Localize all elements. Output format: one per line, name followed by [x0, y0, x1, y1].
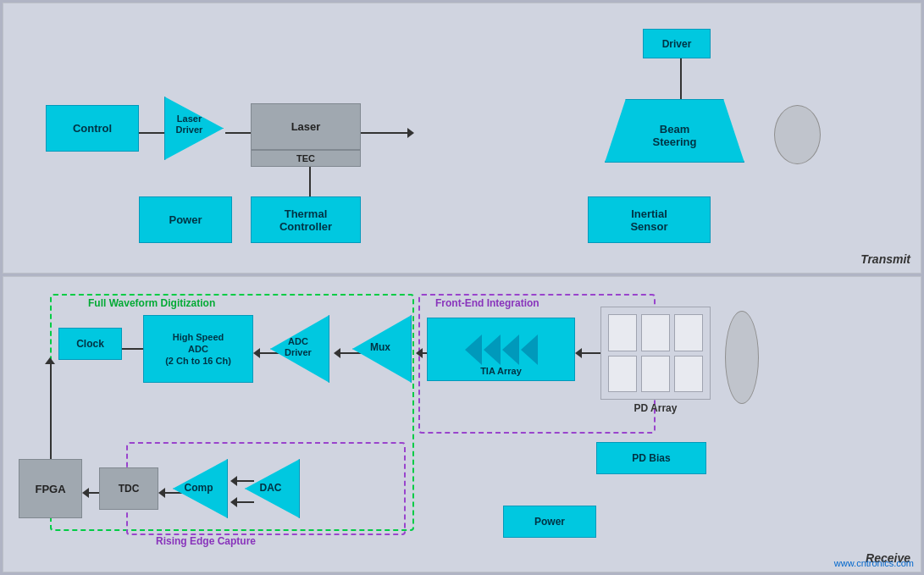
power-block-receive: Power — [503, 506, 596, 538]
pd-array-block — [600, 307, 711, 400]
dac-label: DAC — [247, 482, 294, 494]
driver-block: Driver — [643, 29, 711, 58]
tdc-block: TDC — [99, 467, 158, 510]
front-end-label: Front-End Integration — [435, 297, 539, 309]
high-speed-adc-block: High Speed ADC (2 Ch to 16 Ch) — [143, 315, 253, 383]
inertial-sensor-block: Inertial Sensor — [588, 196, 711, 243]
mux-label: Mux — [355, 341, 406, 353]
tia-array-container: TIA Array — [427, 318, 575, 381]
arrow-driver-beam — [676, 58, 686, 106]
beam-steering-block: Beam Steering — [605, 99, 744, 163]
target-ellipse — [774, 105, 821, 164]
receive-ellipse — [725, 311, 759, 404]
thermal-controller-block: Thermal Controller — [251, 196, 361, 243]
laser-driver-label: Laser Driver — [166, 113, 213, 135]
pd-bias-block: PD Bias — [596, 442, 706, 474]
clock-block: Clock — [58, 328, 122, 360]
arrow-dac-comp-lower — [230, 497, 254, 507]
control-block: Control — [46, 105, 139, 152]
pd-array-label: PD Array — [600, 402, 711, 414]
tia-label: TIA Array — [428, 366, 574, 376]
main-container: Control Laser Driver Laser TEC — [0, 0, 924, 575]
transmit-label: Transmit — [860, 252, 910, 266]
receive-panel: Full Waveform Digitization Front-End Int… — [3, 276, 921, 572]
arrowhead-up — [45, 357, 55, 364]
power-block-transmit: Power — [139, 196, 232, 243]
arrow-laser-beam — [361, 128, 414, 138]
comp-label: Comp — [175, 482, 222, 494]
full-waveform-label: Full Waveform Digitization — [88, 297, 215, 309]
laser-block: Laser — [251, 103, 361, 150]
tec-bar: TEC — [251, 150, 361, 167]
transmit-panel: Control Laser Driver Laser TEC — [3, 3, 921, 274]
adc-driver-label: ADC Driver — [273, 336, 324, 358]
fpga-block: FPGA — [19, 459, 82, 518]
rising-edge-label: Rising Edge Capture — [156, 535, 256, 547]
arrow-fpga-up — [50, 360, 52, 459]
watermark: www.cntronics.com — [834, 558, 914, 568]
